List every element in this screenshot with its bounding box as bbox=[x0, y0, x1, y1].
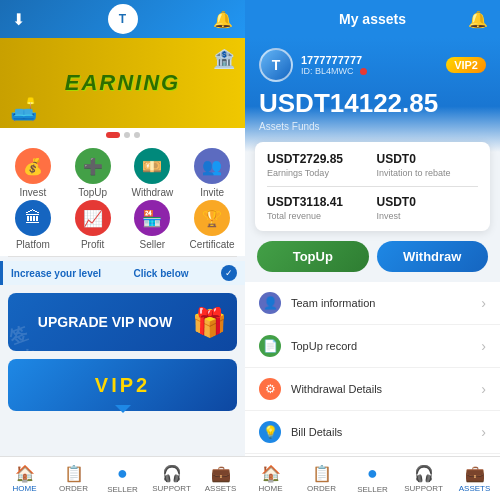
assets-top: T 1777777777 ID: BL4MWC VIP2 USDT14122.8… bbox=[245, 38, 500, 152]
topup-label: TopUp bbox=[78, 187, 107, 198]
menu-item-bill[interactable]: 💡 Bill Details › bbox=[245, 411, 500, 454]
invitation-value: USDT0 bbox=[377, 152, 479, 166]
menu-item-team[interactable]: 👤 Team information › bbox=[245, 282, 500, 325]
certificate-label: Certificate bbox=[190, 239, 235, 250]
dot-3[interactable] bbox=[134, 132, 140, 138]
topup-button[interactable]: ➕ TopUp bbox=[64, 148, 122, 198]
left-header: ⬇ T 🔔 bbox=[0, 0, 245, 38]
total-revenue-value: USDT3118.41 bbox=[267, 195, 369, 209]
banner-text: EARNING bbox=[65, 70, 180, 96]
user-id-row: ID: BL4MWC bbox=[301, 66, 367, 76]
invite-button[interactable]: 👥 Invite bbox=[183, 148, 241, 198]
invite-label: Invite bbox=[200, 187, 224, 198]
withdraw-action-button[interactable]: Withdraw bbox=[377, 241, 489, 272]
nav-home[interactable]: 🏠 HOME bbox=[0, 457, 49, 500]
invitation-label: Invitation to rebate bbox=[377, 168, 479, 178]
withdrawal-icon: ⚙ bbox=[259, 378, 281, 400]
invest-icon: 💰 bbox=[15, 148, 51, 184]
stat-invest: USDT0 Invest bbox=[377, 195, 479, 221]
download-icon[interactable]: ⬇ bbox=[12, 10, 25, 29]
icon-grid: 💰 Invest ➕ TopUp 💴 Withdraw 👥 Invite 🏛 P… bbox=[0, 142, 245, 256]
red-dot-indicator bbox=[360, 68, 367, 75]
right-nav-assets[interactable]: 💼 ASSETS bbox=[449, 457, 500, 500]
left-panel: ⬇ T 🔔 🛋️ EARNING 🏦 💰 Invest ➕ TopUp 💴 Wi… bbox=[0, 0, 245, 500]
dot-1[interactable] bbox=[106, 132, 120, 138]
nav-assets[interactable]: 💼 ASSETS bbox=[196, 457, 245, 500]
right-header: My assets 🔔 bbox=[245, 0, 500, 38]
team-icon: 👤 bbox=[259, 292, 281, 314]
withdraw-button[interactable]: 💴 Withdraw bbox=[124, 148, 182, 198]
topup-action-button[interactable]: TopUp bbox=[257, 241, 369, 272]
stats-grid: USDT2729.85 Earnings Today USDT0 Invitat… bbox=[255, 142, 490, 231]
right-bell-icon[interactable]: 🔔 bbox=[468, 10, 488, 29]
vip-card-text: VIP2 bbox=[95, 374, 150, 397]
earnings-today-value: USDT2729.85 bbox=[267, 152, 369, 166]
stat-total-revenue: USDT3118.41 Total revenue bbox=[267, 195, 369, 221]
bell-icon[interactable]: 🔔 bbox=[213, 10, 233, 29]
assets-icon: 💼 bbox=[211, 464, 231, 483]
right-nav-seller-label: SELLER bbox=[357, 485, 388, 494]
bill-icon: 💡 bbox=[259, 421, 281, 443]
banner-icon-left: 🛋️ bbox=[10, 97, 37, 123]
dot-2[interactable] bbox=[124, 132, 130, 138]
right-panel: My assets 🔔 T 1777777777 ID: BL4MWC VIP2… bbox=[245, 0, 500, 500]
upgrade-bar[interactable]: Increase your level Click below ✓ bbox=[0, 261, 245, 285]
arrow-icon: › bbox=[481, 295, 486, 311]
earning-banner: 🛋️ EARNING 🏦 bbox=[0, 38, 245, 128]
click-below-text: Click below bbox=[134, 268, 189, 279]
vip-card-arrow bbox=[115, 405, 131, 413]
arrow-icon-3: › bbox=[481, 381, 486, 397]
invest-button[interactable]: 💰 Invest bbox=[4, 148, 62, 198]
topup-icon: ➕ bbox=[75, 148, 111, 184]
right-support-icon: 🎧 bbox=[414, 464, 434, 483]
balance-text: USDT14122.85 bbox=[259, 88, 486, 119]
menu-item-topup-record[interactable]: 📄 TopUp record › bbox=[245, 325, 500, 368]
banner-icon-right: 🏦 bbox=[213, 48, 235, 70]
withdraw-icon: 💴 bbox=[134, 148, 170, 184]
menu-list: 👤 Team information › 📄 TopUp record › ⚙ … bbox=[245, 282, 500, 456]
user-id-text: ID: BL4MWC bbox=[301, 66, 354, 76]
bill-label: Bill Details bbox=[291, 426, 481, 438]
user-avatar: T bbox=[259, 48, 293, 82]
total-revenue-label: Total revenue bbox=[267, 211, 369, 221]
seller-label: Seller bbox=[140, 239, 166, 250]
nav-support-label: SUPPORT bbox=[152, 484, 191, 493]
seller-button[interactable]: 🏪 Seller bbox=[124, 200, 182, 250]
logo: T bbox=[108, 4, 138, 34]
nav-seller[interactable]: ● SELLER bbox=[98, 457, 147, 500]
stat-invitation: USDT0 Invitation to rebate bbox=[377, 152, 479, 178]
right-nav-support-label: SUPPORT bbox=[404, 484, 443, 493]
seller-nav-icon: ● bbox=[117, 463, 128, 484]
profit-icon: 📈 bbox=[75, 200, 111, 236]
stats-divider bbox=[267, 186, 478, 187]
assets-funds-label: Assets Funds bbox=[259, 121, 486, 132]
right-nav-order[interactable]: 📋 ORDER bbox=[296, 457, 347, 500]
right-nav-home[interactable]: 🏠 HOME bbox=[245, 457, 296, 500]
right-nav-support[interactable]: 🎧 SUPPORT bbox=[398, 457, 449, 500]
arrow-icon-4: › bbox=[481, 424, 486, 440]
nav-support[interactable]: 🎧 SUPPORT bbox=[147, 457, 196, 500]
vip-banner[interactable]: 签约网 UPGRADE VIP NOW 🎁 bbox=[8, 293, 237, 351]
platform-button[interactable]: 🏛 Platfom bbox=[4, 200, 62, 250]
right-nav-home-label: HOME bbox=[259, 484, 283, 493]
certificate-button[interactable]: 🏆 Certificate bbox=[183, 200, 241, 250]
user-number: 1777777777 bbox=[301, 54, 367, 66]
nav-home-label: HOME bbox=[13, 484, 37, 493]
vip-badge: VIP2 bbox=[446, 57, 486, 73]
invest-label: Invest bbox=[377, 211, 479, 221]
upgrade-bar-text: Increase your level bbox=[11, 268, 101, 279]
nav-order[interactable]: 📋 ORDER bbox=[49, 457, 98, 500]
withdraw-label: Withdraw bbox=[132, 187, 174, 198]
stat-earnings-today: USDT2729.85 Earnings Today bbox=[267, 152, 369, 178]
vip-card[interactable]: VIP2 bbox=[8, 359, 237, 411]
profit-button[interactable]: 📈 Profit bbox=[64, 200, 122, 250]
action-buttons: TopUp Withdraw bbox=[245, 231, 500, 282]
invite-icon: 👥 bbox=[194, 148, 230, 184]
right-nav-seller[interactable]: ● SELLER bbox=[347, 457, 398, 500]
arrow-icon-2: › bbox=[481, 338, 486, 354]
nav-assets-label: ASSETS bbox=[205, 484, 237, 493]
gift-icon: 🎁 bbox=[192, 306, 227, 339]
support-icon: 🎧 bbox=[162, 464, 182, 483]
menu-item-withdrawal[interactable]: ⚙ Withdrawal Details › bbox=[245, 368, 500, 411]
right-home-icon: 🏠 bbox=[261, 464, 281, 483]
